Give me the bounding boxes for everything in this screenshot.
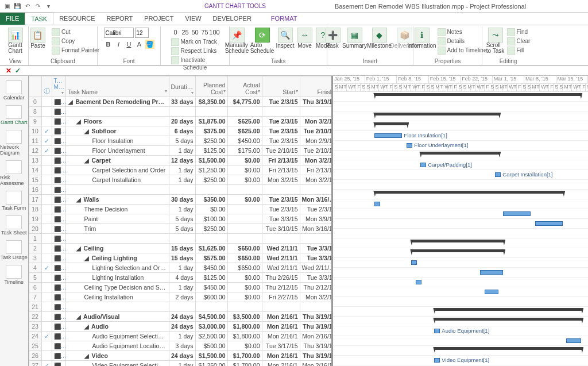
- task-row[interactable]: 6⬛➜Ceiling Type Decision and Selection1 …: [29, 283, 333, 292]
- tab-task[interactable]: TASK: [25, 13, 53, 25]
- gantt-row[interactable]: Floor Insulation[1]: [333, 131, 588, 141]
- information-button[interactable]: ℹInformation: [409, 28, 435, 49]
- pct25-button[interactable]: 25: [181, 28, 190, 37]
- view-timeline[interactable]: Timeline: [4, 265, 24, 285]
- gantt-row[interactable]: [333, 287, 588, 297]
- task-row[interactable]: 22⬛➜◢ Audio/Visual24 days$4,500.00$3,500…: [29, 312, 333, 322]
- task-bar[interactable]: [503, 211, 531, 216]
- task-row[interactable]: 0⬛➜◢ Baement Den Remodeling Project33 da…: [29, 97, 333, 107]
- summary-button[interactable]: ▦Summary: [344, 28, 366, 49]
- gantt-row[interactable]: [333, 238, 588, 248]
- gantt-chart-button[interactable]: 📊Gantt Chart: [4, 28, 27, 54]
- col-finish[interactable]: Finish▾: [300, 76, 333, 97]
- accept-entry-icon[interactable]: ✓: [15, 67, 21, 75]
- col-planned-cost[interactable]: Planned Cost▾: [195, 76, 227, 97]
- view-task-usage[interactable]: Task Usage: [1, 240, 28, 260]
- view-task-form[interactable]: Task Form: [2, 191, 26, 211]
- task-row[interactable]: 8⬛➜: [29, 107, 333, 117]
- summary-bar[interactable]: [374, 113, 500, 115]
- task-row[interactable]: 23⬛➜◢ Audio24 days$3,000.00$1,800.00Mon …: [29, 322, 333, 332]
- task-bar[interactable]: [416, 280, 421, 284]
- task-bar[interactable]: [374, 202, 380, 206]
- view-network-diagram[interactable]: Network Diagram: [0, 130, 28, 156]
- task-row[interactable]: 11✓⬛➜Floor Insulation5 days$250.00$450.0…: [29, 136, 333, 146]
- find-button[interactable]: Find: [507, 28, 531, 36]
- gantt-row[interactable]: [333, 180, 588, 190]
- task-bar[interactable]: [535, 221, 563, 226]
- gantt-row[interactable]: Carpet/Padding[1]: [333, 160, 588, 170]
- summary-bar[interactable]: [374, 191, 564, 194]
- view-gantt-chart[interactable]: Gantt Chart: [1, 105, 28, 125]
- move-button[interactable]: ↔Move: [297, 28, 313, 49]
- italic-button[interactable]: I: [114, 40, 123, 49]
- task-row[interactable]: 9⬛➜◢ Floors20 days$1,875.00$625.00Tue 2/…: [29, 117, 333, 126]
- gantt-row[interactable]: [333, 92, 588, 102]
- gantt-row[interactable]: [333, 209, 588, 219]
- col-indicator[interactable]: ⓘ: [41, 76, 52, 97]
- task-bar[interactable]: [480, 270, 503, 275]
- gantt-row[interactable]: [333, 346, 588, 356]
- col-task-name[interactable]: Task Name▾: [65, 76, 169, 97]
- task-row[interactable]: 26⬛➜◢ Video24 days$1,500.00$1,700.00Mon …: [29, 351, 333, 361]
- cut-button[interactable]: Cut: [52, 28, 99, 36]
- pct100-button[interactable]: 100: [210, 28, 219, 37]
- summary-bar[interactable]: [374, 122, 408, 125]
- task-row[interactable]: 17⬛➜◢ Walls30 days$350.00$0.00Tue 2/3/15…: [29, 195, 333, 205]
- clear-button[interactable]: Clear: [507, 37, 531, 45]
- pct50-button[interactable]: 50: [191, 28, 200, 37]
- copy-button[interactable]: Copy: [52, 37, 99, 45]
- fill-button[interactable]: Fill: [507, 46, 531, 55]
- task-row[interactable]: 27✓⬛➜Video Equipment Selection and Order…: [29, 361, 333, 367]
- gantt-row[interactable]: Video Equipment[1]: [333, 356, 588, 365]
- gantt-row[interactable]: [333, 297, 588, 307]
- tab-file[interactable]: FILE: [0, 13, 25, 25]
- qat-undo-icon[interactable]: ↶: [23, 2, 32, 11]
- gantt-row[interactable]: [333, 248, 588, 258]
- qat-more-icon[interactable]: ▾: [44, 2, 53, 11]
- col-start[interactable]: Start▾: [262, 76, 300, 97]
- gantt-row[interactable]: Floor Underlayment[1]: [333, 141, 588, 151]
- gantt-row[interactable]: [333, 121, 588, 131]
- task-row[interactable]: 24✓⬛➜Audio Equipment Selection and Order…: [29, 332, 333, 341]
- gantt-pane[interactable]: Jan 25, '15Feb 1, '15Feb 8, '15Feb 15, '…: [333, 76, 588, 366]
- mark-on-track-button[interactable]: Mark on Track: [171, 37, 219, 46]
- underline-button[interactable]: U: [125, 40, 134, 49]
- fill-color-button[interactable]: 🪣: [145, 40, 154, 49]
- summary-bar[interactable]: [434, 308, 582, 311]
- task-row[interactable]: 18⬛➜Theme Decision1 day$0.00Tue 2/3/15Tu…: [29, 205, 333, 214]
- task-row[interactable]: 12✓⬛➜Floor Underlayment1 day$125.00$175.…: [29, 146, 333, 156]
- gantt-row[interactable]: [333, 199, 588, 209]
- task-row[interactable]: 19⬛➜Paint5 days$100.00Tue 3/3/15Mon 3/9/…: [29, 214, 333, 224]
- task-bar[interactable]: Floor Underlayment[1]: [407, 143, 412, 148]
- gantt-row[interactable]: [333, 219, 588, 229]
- task-bar[interactable]: [485, 290, 498, 294]
- task-bar[interactable]: [411, 260, 417, 265]
- gantt-row[interactable]: Audio Equipment[1]: [333, 326, 588, 336]
- inactivate-button[interactable]: Inactivate: [171, 56, 219, 64]
- col-duration[interactable]: Duration▾: [169, 76, 195, 97]
- font-name-input[interactable]: [104, 28, 134, 38]
- task-row[interactable]: 14⬛➜Carpet Selection and Order1 day$1,25…: [29, 165, 333, 175]
- add-timeline-button[interactable]: Add to Timeline: [438, 46, 487, 55]
- task-bar[interactable]: Carpet Installation[1]: [495, 172, 501, 177]
- notes-button[interactable]: Notes: [438, 28, 487, 36]
- task-row[interactable]: 5⬛➜Lighting Installation4 days$125.00$0.…: [29, 273, 333, 283]
- font-color-button[interactable]: A: [135, 40, 144, 49]
- task-bar[interactable]: Floor Insulation[1]: [374, 133, 402, 138]
- gantt-row[interactable]: [333, 111, 588, 121]
- task-row[interactable]: 4✓⬛➜Lighting Selection and Order1 day$45…: [29, 263, 333, 273]
- task-row[interactable]: 20⬛➜Trim5 days$250.00Tue 3/10/15Mon 3/16…: [29, 224, 333, 234]
- gantt-row[interactable]: [333, 151, 588, 160]
- format-painter-button[interactable]: Format Painter: [52, 46, 99, 55]
- respect-links-button[interactable]: Respect Links: [171, 47, 219, 55]
- paste-button[interactable]: 📋Paste: [26, 28, 49, 49]
- task-bar[interactable]: [566, 338, 581, 343]
- task-bar[interactable]: Video Equipment[1]: [434, 358, 440, 363]
- task-row[interactable]: 7⬛➜Ceiling Installation2 days$600.00$0.0…: [29, 292, 333, 302]
- auto-schedule-button[interactable]: ⟳Auto Schedule: [251, 28, 274, 54]
- qat-redo-icon[interactable]: ↷: [33, 2, 42, 11]
- task-row[interactable]: 1⬛➜: [29, 234, 333, 244]
- bold-button[interactable]: B: [104, 40, 113, 49]
- details-button[interactable]: Details: [438, 37, 487, 45]
- summary-bar[interactable]: [420, 152, 500, 155]
